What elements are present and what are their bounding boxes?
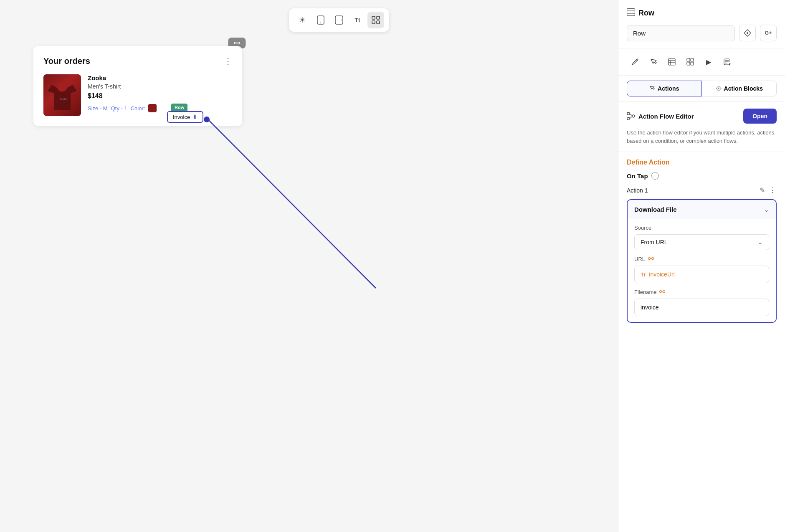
color-swatch <box>148 104 157 112</box>
interaction-tool-btn[interactable] <box>645 53 662 70</box>
svg-rect-16 <box>669 58 675 65</box>
panel-title: Row <box>638 9 654 18</box>
grid-settings-toolbar-btn[interactable] <box>367 12 384 28</box>
svg-point-34 <box>648 258 651 260</box>
action-blocks-tab[interactable]: Action Blocks <box>702 81 777 96</box>
source-value: From URL <box>641 239 668 246</box>
orders-header: Your orders ⋮ <box>43 56 232 66</box>
layout-tool-btn[interactable] <box>682 53 699 70</box>
play-tool-btn[interactable]: ▶ <box>700 53 717 70</box>
define-action-title: Define Action <box>627 159 777 166</box>
row-tag: Row <box>171 104 187 111</box>
mobile-toolbar-btn[interactable] <box>312 12 329 28</box>
svg-text:Tealer: Tealer <box>59 97 68 101</box>
notes-tool-btn[interactable] <box>719 53 735 70</box>
edit-action-btn[interactable]: ✎ <box>759 185 766 195</box>
svg-line-15 <box>636 60 637 61</box>
sun-toolbar-btn[interactable]: ☀ <box>294 12 311 28</box>
on-tap-label: On Tap <box>627 172 648 180</box>
open-btn[interactable]: Open <box>743 109 777 124</box>
top-toolbar: ☀ Tt <box>289 8 389 32</box>
qty-meta: Qty - 1 <box>111 105 127 111</box>
svg-rect-8 <box>234 42 239 44</box>
svg-rect-5 <box>377 16 380 19</box>
order-details: Zooka Men's T-shirt $148 Size - M Qty - … <box>88 74 232 112</box>
size-meta: Size - M <box>88 105 108 111</box>
svg-point-30 <box>632 115 635 117</box>
action-flow-left: Action Flow Editor <box>627 112 694 120</box>
order-image: Tealer <box>43 74 81 116</box>
filename-link-icon <box>659 289 666 295</box>
url-link-icon <box>648 256 654 262</box>
panel-header: Row G+ <box>618 0 785 48</box>
svg-rect-20 <box>687 58 690 61</box>
download-file-label: Download File <box>634 206 677 213</box>
action-flow-section: Action Flow Editor Open Use the action f… <box>618 102 785 152</box>
url-field-prefix: Tr <box>641 271 646 278</box>
connection-dot <box>204 117 210 122</box>
define-action-section: Define Action On Tap i Action 1 ✎ ⋮ Down… <box>618 152 785 329</box>
info-icon: i <box>651 172 659 180</box>
url-label: URL <box>634 256 769 262</box>
chevron-down-icon: ⌄ <box>764 206 769 213</box>
download-file-card: Download File ⌄ Source From URL ⌄ URL <box>627 199 777 323</box>
orders-more-btn[interactable]: ⋮ <box>224 56 232 66</box>
svg-rect-7 <box>377 21 380 24</box>
download-icon: ⬇ <box>192 114 198 120</box>
url-field[interactable]: Tr invoiceUrl <box>634 266 769 283</box>
svg-rect-6 <box>372 21 375 24</box>
svg-point-3 <box>342 20 342 20</box>
svg-point-1 <box>320 23 321 23</box>
svg-rect-23 <box>691 62 694 65</box>
orders-card: Your orders ⋮ Tealer Zooka Men's T-shirt… <box>33 46 242 126</box>
svg-point-28 <box>718 88 719 89</box>
order-item: Tealer Zooka Men's T-shirt $148 Size - M… <box>43 74 232 116</box>
svg-rect-22 <box>687 62 690 65</box>
svg-point-38 <box>663 291 665 293</box>
diamond-btn[interactable] <box>739 25 756 41</box>
download-file-header[interactable]: Download File ⌄ <box>628 200 776 219</box>
row-panel-icon <box>627 8 635 18</box>
brand-name: Zooka <box>88 74 232 81</box>
color-label: Color: <box>131 105 145 111</box>
price: $148 <box>88 92 232 100</box>
download-file-body: Source From URL ⌄ URL <box>628 219 776 322</box>
right-panel: Row G+ <box>618 0 785 532</box>
order-meta: Size - M Qty - 1 Color: <box>88 104 232 112</box>
action-flow-label: Action Flow Editor <box>638 113 694 120</box>
on-tap-row: On Tap i <box>627 172 777 180</box>
text-size-toolbar-btn[interactable]: Tt <box>349 12 366 28</box>
data-tool-btn[interactable] <box>663 53 680 70</box>
svg-point-14 <box>747 32 748 34</box>
add-char-btn[interactable]: G+ <box>760 25 777 41</box>
tool-row: ▶ <box>618 48 785 76</box>
svg-rect-11 <box>627 9 635 16</box>
properties-tool-btn[interactable] <box>627 53 643 70</box>
panel-title-row: Row <box>627 8 777 18</box>
filename-label: Filename <box>634 289 769 295</box>
more-action-btn[interactable]: ⋮ <box>768 185 777 195</box>
product-name: Men's T-shirt <box>88 83 232 90</box>
source-label: Source <box>634 225 769 231</box>
action-1-row: Action 1 ✎ ⋮ <box>627 185 777 195</box>
source-select[interactable]: From URL ⌄ <box>634 234 769 250</box>
canvas-area: ☀ Tt <box>0 0 618 532</box>
tablet-toolbar-btn[interactable] <box>331 12 347 28</box>
action-flow-desc: Use the action flow editor if you want m… <box>627 129 777 145</box>
url-value: invoiceUrl <box>649 271 674 278</box>
row-name-input[interactable] <box>627 25 735 41</box>
svg-point-31 <box>627 117 630 120</box>
action-1-icons: ✎ ⋮ <box>759 185 777 195</box>
filename-field[interactable]: invoice <box>634 299 769 316</box>
svg-rect-4 <box>372 16 375 19</box>
name-row: G+ <box>627 25 777 41</box>
filename-value: invoice <box>641 304 659 311</box>
action-blocks-tab-label: Action Blocks <box>724 85 763 92</box>
actions-tab[interactable]: Actions <box>627 81 702 96</box>
svg-point-29 <box>627 112 630 115</box>
orders-title: Your orders <box>43 56 90 66</box>
actions-tab-label: Actions <box>658 85 679 92</box>
invoice-btn[interactable]: Invoice ⬇ <box>167 111 203 123</box>
source-chevron-icon: ⌄ <box>758 239 763 246</box>
invoice-label: Invoice <box>173 114 190 120</box>
